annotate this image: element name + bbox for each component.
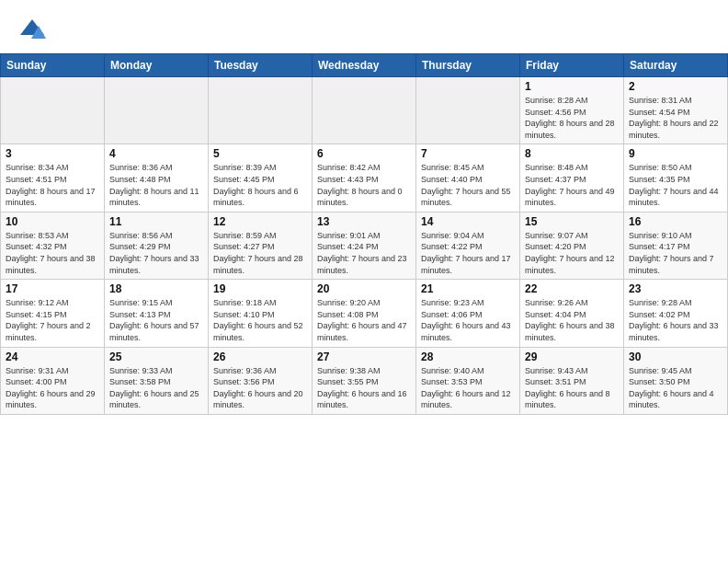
calendar-cell: 17Sunrise: 9:12 AM Sunset: 4:15 PM Dayli…	[1, 280, 105, 347]
day-number: 28	[421, 350, 515, 363]
calendar-cell: 11Sunrise: 8:56 AM Sunset: 4:29 PM Dayli…	[105, 212, 209, 279]
day-number: 15	[525, 215, 619, 228]
calendar-cell	[313, 77, 416, 144]
day-info: Sunrise: 9:28 AM Sunset: 4:02 PM Dayligh…	[629, 297, 722, 343]
weekday-monday: Monday	[105, 54, 209, 77]
calendar-cell: 30Sunrise: 9:45 AM Sunset: 3:50 PM Dayli…	[624, 347, 728, 414]
day-number: 20	[317, 282, 411, 295]
calendar-cell: 22Sunrise: 9:26 AM Sunset: 4:04 PM Dayli…	[520, 280, 624, 347]
calendar-cell: 1Sunrise: 8:28 AM Sunset: 4:56 PM Daylig…	[520, 77, 624, 144]
day-info: Sunrise: 8:28 AM Sunset: 4:56 PM Dayligh…	[525, 95, 619, 141]
day-info: Sunrise: 9:31 AM Sunset: 4:00 PM Dayligh…	[6, 365, 99, 411]
day-info: Sunrise: 9:07 AM Sunset: 4:20 PM Dayligh…	[525, 230, 619, 276]
day-info: Sunrise: 9:15 AM Sunset: 4:13 PM Dayligh…	[109, 297, 203, 343]
calendar-cell	[105, 77, 209, 144]
calendar-cell	[416, 77, 520, 144]
calendar-cell: 4Sunrise: 8:36 AM Sunset: 4:48 PM Daylig…	[105, 144, 209, 212]
day-number: 14	[421, 215, 515, 228]
day-info: Sunrise: 8:42 AM Sunset: 4:43 PM Dayligh…	[317, 162, 411, 208]
calendar-cell: 28Sunrise: 9:40 AM Sunset: 3:53 PM Dayli…	[416, 347, 520, 414]
week-row-4: 17Sunrise: 9:12 AM Sunset: 4:15 PM Dayli…	[1, 280, 728, 347]
day-info: Sunrise: 9:12 AM Sunset: 4:15 PM Dayligh…	[6, 297, 99, 343]
day-number: 26	[213, 350, 307, 363]
calendar-cell: 26Sunrise: 9:36 AM Sunset: 3:56 PM Dayli…	[209, 347, 313, 414]
day-number: 11	[109, 215, 203, 228]
day-info: Sunrise: 9:38 AM Sunset: 3:55 PM Dayligh…	[317, 365, 411, 411]
day-number: 18	[109, 282, 203, 295]
calendar-cell: 21Sunrise: 9:23 AM Sunset: 4:06 PM Dayli…	[416, 280, 520, 347]
day-info: Sunrise: 9:23 AM Sunset: 4:06 PM Dayligh…	[421, 297, 515, 343]
day-info: Sunrise: 9:45 AM Sunset: 3:50 PM Dayligh…	[629, 365, 722, 411]
weekday-thursday: Thursday	[416, 54, 520, 77]
calendar-cell	[1, 77, 105, 144]
calendar-cell	[209, 77, 313, 144]
day-info: Sunrise: 9:33 AM Sunset: 3:58 PM Dayligh…	[109, 365, 203, 411]
day-number: 3	[6, 147, 99, 160]
day-info: Sunrise: 8:34 AM Sunset: 4:51 PM Dayligh…	[6, 162, 99, 208]
week-row-5: 24Sunrise: 9:31 AM Sunset: 4:00 PM Dayli…	[1, 347, 728, 414]
day-info: Sunrise: 9:26 AM Sunset: 4:04 PM Dayligh…	[525, 297, 619, 343]
calendar-cell: 19Sunrise: 9:18 AM Sunset: 4:10 PM Dayli…	[209, 280, 313, 347]
day-info: Sunrise: 8:45 AM Sunset: 4:40 PM Dayligh…	[421, 162, 515, 208]
day-number: 5	[213, 147, 307, 160]
calendar-cell: 27Sunrise: 9:38 AM Sunset: 3:55 PM Dayli…	[313, 347, 416, 414]
day-info: Sunrise: 8:50 AM Sunset: 4:35 PM Dayligh…	[629, 162, 722, 208]
day-info: Sunrise: 8:31 AM Sunset: 4:54 PM Dayligh…	[629, 95, 722, 141]
week-row-2: 3Sunrise: 8:34 AM Sunset: 4:51 PM Daylig…	[1, 144, 728, 212]
calendar-cell: 16Sunrise: 9:10 AM Sunset: 4:17 PM Dayli…	[624, 212, 728, 279]
calendar-cell: 20Sunrise: 9:20 AM Sunset: 4:08 PM Dayli…	[313, 280, 416, 347]
weekday-sunday: Sunday	[1, 54, 105, 77]
day-number: 1	[525, 80, 619, 93]
week-row-3: 10Sunrise: 8:53 AM Sunset: 4:32 PM Dayli…	[1, 212, 728, 279]
calendar-cell: 25Sunrise: 9:33 AM Sunset: 3:58 PM Dayli…	[105, 347, 209, 414]
day-number: 10	[6, 215, 99, 228]
day-number: 30	[629, 350, 722, 363]
day-info: Sunrise: 8:59 AM Sunset: 4:27 PM Dayligh…	[213, 230, 307, 276]
weekday-saturday: Saturday	[624, 54, 728, 77]
header	[0, 0, 728, 53]
day-info: Sunrise: 9:36 AM Sunset: 3:56 PM Dayligh…	[213, 365, 307, 411]
day-info: Sunrise: 9:01 AM Sunset: 4:24 PM Dayligh…	[317, 230, 411, 276]
calendar-table: SundayMondayTuesdayWednesdayThursdayFrid…	[0, 53, 728, 415]
page: SundayMondayTuesdayWednesdayThursdayFrid…	[0, 0, 728, 563]
day-number: 22	[525, 282, 619, 295]
calendar-cell: 7Sunrise: 8:45 AM Sunset: 4:40 PM Daylig…	[416, 144, 520, 212]
day-number: 16	[629, 215, 722, 228]
calendar-cell: 24Sunrise: 9:31 AM Sunset: 4:00 PM Dayli…	[1, 347, 105, 414]
day-number: 7	[421, 147, 515, 160]
day-number: 9	[629, 147, 722, 160]
day-number: 8	[525, 147, 619, 160]
day-info: Sunrise: 9:04 AM Sunset: 4:22 PM Dayligh…	[421, 230, 515, 276]
day-number: 4	[109, 147, 203, 160]
week-row-1: 1Sunrise: 8:28 AM Sunset: 4:56 PM Daylig…	[1, 77, 728, 144]
calendar-cell: 23Sunrise: 9:28 AM Sunset: 4:02 PM Dayli…	[624, 280, 728, 347]
day-info: Sunrise: 8:53 AM Sunset: 4:32 PM Dayligh…	[6, 230, 99, 276]
day-number: 23	[629, 282, 722, 295]
calendar-cell: 8Sunrise: 8:48 AM Sunset: 4:37 PM Daylig…	[520, 144, 624, 212]
day-number: 19	[213, 282, 307, 295]
weekday-tuesday: Tuesday	[209, 54, 313, 77]
day-number: 27	[317, 350, 411, 363]
day-info: Sunrise: 9:10 AM Sunset: 4:17 PM Dayligh…	[629, 230, 722, 276]
day-info: Sunrise: 9:43 AM Sunset: 3:51 PM Dayligh…	[525, 365, 619, 411]
day-number: 25	[109, 350, 203, 363]
day-info: Sunrise: 9:20 AM Sunset: 4:08 PM Dayligh…	[317, 297, 411, 343]
calendar-cell: 3Sunrise: 8:34 AM Sunset: 4:51 PM Daylig…	[1, 144, 105, 212]
calendar-cell: 29Sunrise: 9:43 AM Sunset: 3:51 PM Dayli…	[520, 347, 624, 414]
day-number: 17	[6, 282, 99, 295]
logo-icon	[18, 17, 46, 44]
day-info: Sunrise: 8:36 AM Sunset: 4:48 PM Dayligh…	[109, 162, 203, 208]
day-info: Sunrise: 9:40 AM Sunset: 3:53 PM Dayligh…	[421, 365, 515, 411]
logo	[18, 17, 50, 44]
day-number: 2	[629, 80, 722, 93]
day-info: Sunrise: 8:39 AM Sunset: 4:45 PM Dayligh…	[213, 162, 307, 208]
day-info: Sunrise: 8:48 AM Sunset: 4:37 PM Dayligh…	[525, 162, 619, 208]
calendar-cell: 10Sunrise: 8:53 AM Sunset: 4:32 PM Dayli…	[1, 212, 105, 279]
calendar-cell: 12Sunrise: 8:59 AM Sunset: 4:27 PM Dayli…	[209, 212, 313, 279]
day-number: 13	[317, 215, 411, 228]
calendar-cell: 2Sunrise: 8:31 AM Sunset: 4:54 PM Daylig…	[624, 77, 728, 144]
day-number: 21	[421, 282, 515, 295]
weekday-wednesday: Wednesday	[313, 54, 416, 77]
calendar-cell: 15Sunrise: 9:07 AM Sunset: 4:20 PM Dayli…	[520, 212, 624, 279]
day-number: 6	[317, 147, 411, 160]
